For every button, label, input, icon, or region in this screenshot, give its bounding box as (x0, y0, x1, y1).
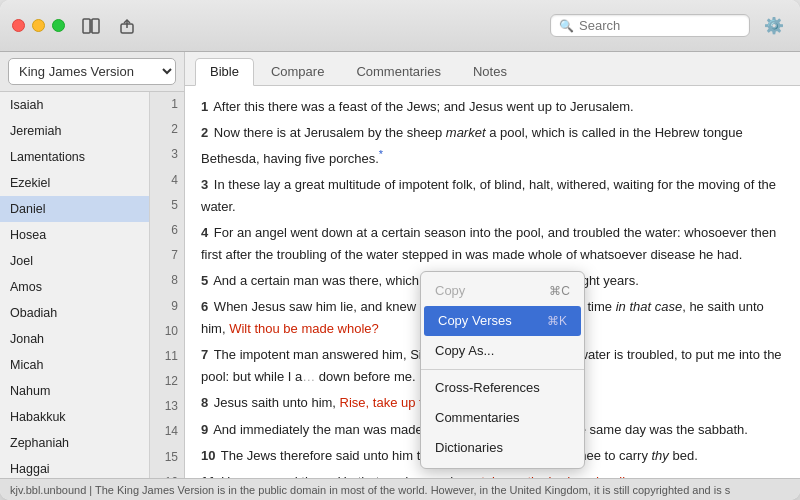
verse-text-7b: down before me. (315, 369, 415, 384)
book-number-4: 4 (150, 168, 184, 193)
book-number-15: 15 (150, 445, 184, 470)
sidebar-book-obadiah[interactable]: Obadiah (0, 300, 149, 326)
verse-text-1: After this there was a feast of the Jews… (213, 99, 634, 114)
menu-item-label: Cross-References (435, 377, 540, 399)
tab-bible[interactable]: Bible (195, 58, 254, 86)
book-names: IsaiahJeremiahLamentationsEzekielDanielH… (0, 92, 149, 478)
share-icon[interactable] (113, 15, 141, 37)
menu-item-label: Copy (435, 280, 465, 302)
verse-num-6: 6 (201, 299, 208, 314)
menu-item-dictionaries[interactable]: Dictionaries (421, 433, 584, 463)
sidebar-book-daniel[interactable]: Daniel (0, 196, 149, 222)
gear-button[interactable]: ⚙️ (760, 12, 788, 40)
verse-text-3: In these lay a great multitude of impote… (201, 177, 776, 214)
verse-text-4: For an angel went down at a certain seas… (201, 225, 776, 262)
status-text: kjv.bbl.unbound | The King James Version… (10, 484, 730, 496)
book-number-5: 5 (150, 193, 184, 218)
tab-commentaries[interactable]: Commentaries (341, 58, 456, 85)
menu-divider (421, 369, 584, 370)
traffic-lights (12, 19, 65, 32)
sidebar-book-amos[interactable]: Amos (0, 274, 149, 300)
sidebar-book-habakkuk[interactable]: Habakkuk (0, 404, 149, 430)
book-number-1: 1 (150, 92, 184, 117)
verse-text-11: He answered them, He that made me who (221, 474, 465, 478)
sidebar-book-zephaniah[interactable]: Zephaniah (0, 430, 149, 456)
book-number-2: 2 (150, 117, 184, 142)
book-number-6: 6 (150, 218, 184, 243)
minimize-button[interactable] (32, 19, 45, 32)
verse-num-7: 7 (201, 347, 208, 362)
book-number-11: 11 (150, 344, 184, 369)
book-number-13: 13 (150, 394, 184, 419)
verse-num-11: 11 (201, 474, 215, 478)
verse-num-1: 1 (201, 99, 208, 114)
book-number-8: 8 (150, 268, 184, 293)
sidebar-book-lamentations[interactable]: Lamentations (0, 144, 149, 170)
verse-num-5: 5 (201, 273, 208, 288)
verse-num-4: 4 (201, 225, 208, 240)
main-area: King James Version IsaiahJeremiahLamenta… (0, 52, 800, 478)
search-bar[interactable]: 🔍 (550, 14, 750, 37)
search-icon: 🔍 (559, 19, 574, 33)
tab-compare[interactable]: Compare (256, 58, 339, 85)
book-number-7: 7 (150, 243, 184, 268)
sidebar: King James Version IsaiahJeremiahLamenta… (0, 52, 185, 478)
bible-text: 1 After this there was a feast of the Je… (185, 86, 800, 478)
app-window: 🔍 ⚙️ King James Version IsaiahJeremiahLa… (0, 0, 800, 500)
titlebar: 🔍 ⚙️ (0, 0, 800, 52)
menu-item-copy-verses[interactable]: Copy Verses⌘K (424, 306, 581, 336)
menu-item-cross-references[interactable]: Cross-References (421, 373, 584, 403)
book-number-12: 12 (150, 369, 184, 394)
book-icon[interactable] (77, 15, 105, 37)
sidebar-book-joel[interactable]: Joel (0, 248, 149, 274)
menu-item-label: Dictionaries (435, 437, 503, 459)
sidebar-book-isaiah[interactable]: Isaiah (0, 92, 149, 118)
menu-item-label: Commentaries (435, 407, 520, 429)
sidebar-book-micah[interactable]: Micah (0, 352, 149, 378)
book-number-16: 16 (150, 470, 184, 478)
sidebar-book-jeremiah[interactable]: Jeremiah (0, 118, 149, 144)
menu-item-copy: Copy⌘C (421, 276, 584, 306)
maximize-button[interactable] (52, 19, 65, 32)
book-number-14: 14 (150, 419, 184, 444)
context-menu: Copy⌘CCopy Verses⌘KCopy As...Cross-Refer… (420, 271, 585, 469)
book-number-10: 10 (150, 319, 184, 344)
svg-rect-0 (83, 19, 90, 33)
tab-notes[interactable]: Notes (458, 58, 522, 85)
svg-rect-1 (92, 19, 99, 33)
close-button[interactable] (12, 19, 25, 32)
menu-shortcut: ⌘C (549, 281, 570, 301)
version-select-wrap: King James Version (0, 52, 184, 92)
book-number-9: 9 (150, 294, 184, 319)
tabs-bar: BibleCompareCommentariesNotes (185, 52, 800, 86)
status-bar: kjv.bbl.unbound | The King James Version… (0, 478, 800, 500)
titlebar-icons (77, 15, 141, 37)
verse-num-8: 8 (201, 395, 208, 410)
verse-num-2: 2 (201, 125, 208, 140)
book-number-3: 3 (150, 142, 184, 167)
sidebar-book-hosea[interactable]: Hosea (0, 222, 149, 248)
sidebar-book-haggai[interactable]: Haggai (0, 456, 149, 478)
version-select[interactable]: King James Version (8, 58, 176, 85)
search-input[interactable] (579, 18, 741, 33)
sidebar-book-jonah[interactable]: Jonah (0, 326, 149, 352)
verse-num-3: 3 (201, 177, 208, 192)
content-area: BibleCompareCommentariesNotes 1 After th… (185, 52, 800, 478)
verse-num-10: 10 (201, 448, 215, 463)
book-list: IsaiahJeremiahLamentationsEzekielDanielH… (0, 92, 184, 478)
menu-item-label: Copy As... (435, 340, 494, 362)
sidebar-book-nahum[interactable]: Nahum (0, 378, 149, 404)
menu-shortcut: ⌘K (547, 311, 567, 331)
book-numbers: 123456789101112131415161718192021 (149, 92, 184, 478)
menu-item-label: Copy Verses (438, 310, 512, 332)
menu-item-commentaries[interactable]: Commentaries (421, 403, 584, 433)
verse-text-2: Now there is at Jerusalem by the sheep m… (201, 125, 743, 165)
sidebar-book-ezekiel[interactable]: Ezekiel (0, 170, 149, 196)
verse-num-9: 9 (201, 422, 208, 437)
menu-item-copy-as[interactable]: Copy As... (421, 336, 584, 366)
